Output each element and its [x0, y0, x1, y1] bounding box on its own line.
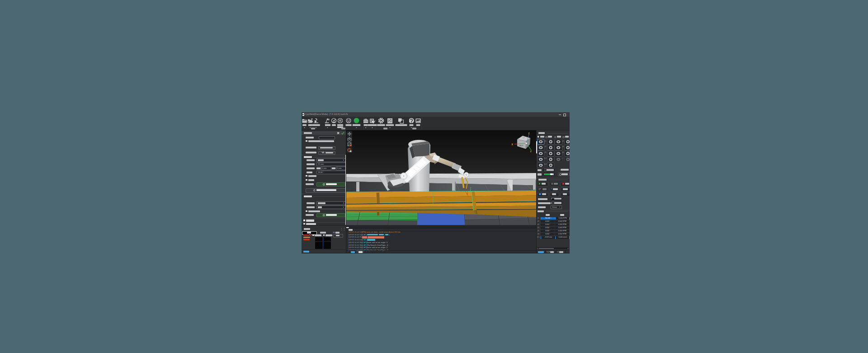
svg-text:BACK: BACK: [519, 145, 524, 147]
svg-text:TOP: TOP: [522, 137, 525, 139]
svg-text:Y: Y: [530, 151, 532, 153]
svg-text:Z: Z: [528, 133, 530, 135]
